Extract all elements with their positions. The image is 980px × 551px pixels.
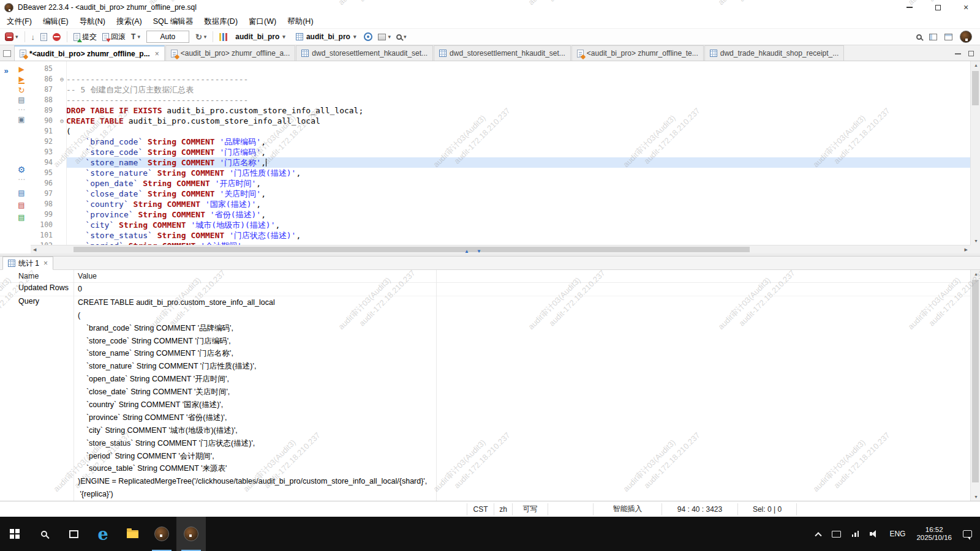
minimize-view-icon[interactable] <box>955 53 961 54</box>
refresh-button[interactable]: ↻ ▾ <box>194 31 208 43</box>
settings-gear-icon[interactable]: ⚙ <box>18 167 26 173</box>
menu-item[interactable]: 帮助(H) <box>282 15 318 28</box>
open-file-icon[interactable]: ▤ <box>18 190 24 197</box>
editor-horizontal-scrollbar[interactable]: ◀ ▶ <box>31 245 970 253</box>
rollback-button[interactable]: 回滚 <box>100 31 127 43</box>
collapse-up-icon[interactable]: ▲ <box>464 249 469 254</box>
language-indicator[interactable]: ENG <box>884 517 911 551</box>
fold-marker[interactable]: ⊖ <box>58 116 66 126</box>
code-line[interactable]: 95 `store_nature` String COMMENT '门店性质(描… <box>31 168 970 178</box>
edge-browser-button[interactable]: e <box>88 517 118 551</box>
perspective-icon[interactable] <box>929 34 937 40</box>
result-row[interactable]: Updated Rows0 <box>0 283 970 296</box>
execute-new-tab-icon[interactable]: ↻ <box>18 87 25 94</box>
editor-area-icon[interactable] <box>3 50 11 57</box>
scroll-down-icon[interactable]: ▼ <box>974 239 978 243</box>
code-line[interactable]: 90⊖CREATE TABLE audit_bi_pro.custom_stor… <box>31 116 970 126</box>
column-header-name[interactable]: Name <box>0 272 74 280</box>
code-line[interactable]: 85 <box>31 64 970 74</box>
taskbar-search-button[interactable] <box>29 517 59 551</box>
execute-script-icon[interactable]: ▶ <box>18 76 24 84</box>
connection-selector[interactable]: audit_bi_pro ▾ <box>231 31 290 42</box>
menu-item[interactable]: 数据库(D) <box>198 15 243 28</box>
task-view-button[interactable] <box>59 517 88 551</box>
menu-item[interactable]: SQL 编辑器 <box>148 15 199 28</box>
code-line[interactable]: 92 `brand_code` String COMMENT '品牌编码', <box>31 137 970 147</box>
editor-tab[interactable]: *<audit_bi_pro> zhumr_offline_p...× <box>14 45 165 61</box>
copy-button[interactable] <box>39 32 49 42</box>
code-line[interactable]: 89DROP TABLE IF EXISTS audit_bi_pro.cust… <box>31 105 970 116</box>
result-row[interactable]: QueryCREATE TABLE audit_bi_pro.custom_st… <box>0 296 970 501</box>
commit-button[interactable]: 提交 <box>72 31 99 43</box>
maximize-button[interactable] <box>924 0 952 15</box>
search-menu-button[interactable]: ▾ <box>394 32 409 41</box>
maximize-view-icon[interactable] <box>968 51 974 56</box>
layout-icon[interactable] <box>944 34 952 40</box>
script-file-icon[interactable]: ▤ <box>18 214 24 221</box>
scrollbar-thumb[interactable] <box>74 247 750 252</box>
execute-statement-icon[interactable]: ▶ <box>18 66 24 73</box>
fetch-down-icon[interactable]: ↓ <box>29 31 37 43</box>
editor-tab[interactable]: <audit_bi_pro> zhumr_offline_te... <box>571 45 704 61</box>
auto-commit-select[interactable]: Auto <box>146 31 189 43</box>
taskbar-clock[interactable]: 16:52 2025/10/16 <box>911 517 957 551</box>
console-icon[interactable]: ▣ <box>18 116 24 123</box>
connection-color-button[interactable] <box>217 32 229 42</box>
tab-close-icon[interactable]: × <box>43 259 48 268</box>
volume-tray-button[interactable] <box>864 517 884 551</box>
open-connection-button[interactable]: ▾ <box>3 31 20 42</box>
network-tray-button[interactable] <box>846 517 865 551</box>
status-cursor-position[interactable]: 94 : 40 : 3423 <box>662 503 737 515</box>
scroll-down-icon[interactable]: ▼ <box>974 495 978 499</box>
scroll-up-icon[interactable]: ▲ <box>974 272 978 276</box>
code-line[interactable]: 100 `city` String COMMENT '城市(地级市)(描述)', <box>31 220 970 230</box>
code-line[interactable]: 87-- 5 创建自定义门店主数据汇总表 <box>31 84 970 95</box>
code-line[interactable]: 91( <box>31 126 970 137</box>
editor-vertical-scrollbar[interactable]: ▲ ▼ <box>970 61 980 245</box>
dbeaver-taskbar-button[interactable] <box>147 517 176 551</box>
search-icon[interactable] <box>916 34 922 40</box>
code-line[interactable]: 88-------------------------------------- <box>31 95 970 105</box>
code-line[interactable]: 99 `province` String COMMENT '省份(描述)', <box>31 209 970 220</box>
sql-editor[interactable]: 8586⊖-----------------------------------… <box>31 61 980 253</box>
code-line[interactable]: 102 `period` String COMMENT '会计期间', <box>31 241 970 245</box>
code-line[interactable]: 101 `store_status` String COMMENT '门店状态(… <box>31 230 970 241</box>
editor-tab[interactable]: dwd_storesettlement_hkaudit_set... <box>296 45 433 61</box>
tab-close-icon[interactable]: × <box>155 50 159 58</box>
editor-tab[interactable]: dwd_storesettlement_hkaudit_set... <box>434 45 571 61</box>
scroll-right-icon[interactable]: ▶ <box>965 247 968 252</box>
minimize-button[interactable] <box>895 0 924 15</box>
code-line[interactable]: 98 `country` String COMMENT '国家(描述)', <box>31 199 970 209</box>
menu-item[interactable]: 导航(N) <box>74 15 111 28</box>
file-explorer-button[interactable] <box>118 517 147 551</box>
statistics-tab[interactable]: 统计 1 × <box>2 257 53 270</box>
fold-marker[interactable]: ⊖ <box>58 74 66 84</box>
scroll-up-icon[interactable]: ▲ <box>974 63 978 67</box>
notification-center-button[interactable] <box>957 517 980 551</box>
editor-tab[interactable]: dwd_trade_hkaudit_shop_receipt_... <box>704 45 844 61</box>
disconnect-button[interactable] <box>51 32 62 42</box>
scroll-left-icon[interactable]: ◀ <box>33 247 36 252</box>
code-line[interactable]: 94 `store_name` String COMMENT '门店名称', <box>31 157 970 168</box>
close-button[interactable]: × <box>952 0 980 15</box>
menu-item[interactable]: 窗口(W) <box>243 15 282 28</box>
navigator-button[interactable] <box>362 31 374 42</box>
code-line[interactable]: 86⊖-------------------------------------… <box>31 74 970 84</box>
restore-panel-icon[interactable]: » <box>4 66 8 75</box>
start-button[interactable] <box>0 517 29 551</box>
display-tray-button[interactable] <box>826 517 846 551</box>
hidden-icons-button[interactable] <box>810 517 826 551</box>
scrollbar-thumb[interactable] <box>972 280 979 482</box>
code-line[interactable]: 97 `close_date` String COMMENT '关店时间', <box>31 189 970 199</box>
database-selector[interactable]: audit_bi_pro ▾ <box>292 31 361 42</box>
save-file-icon[interactable]: ▤ <box>18 202 24 209</box>
menu-item[interactable]: 编辑(E) <box>37 15 74 28</box>
transaction-mode-button[interactable]: T ▾ <box>129 31 142 42</box>
output-panel-button[interactable]: ▾ <box>376 32 393 42</box>
collapse-down-icon[interactable]: ▼ <box>477 249 481 254</box>
column-header-value[interactable]: Value <box>74 272 97 280</box>
code-line[interactable]: 96 `open_date` String COMMENT '开店时间', <box>31 178 970 189</box>
code-line[interactable]: 93 `store_code` String COMMENT '门店编码', <box>31 147 970 157</box>
editor-tab[interactable]: <audit_bi_pro> zhumr_offline_a... <box>165 45 296 61</box>
results-vertical-scrollbar[interactable]: ▲ ▼ <box>970 270 980 501</box>
